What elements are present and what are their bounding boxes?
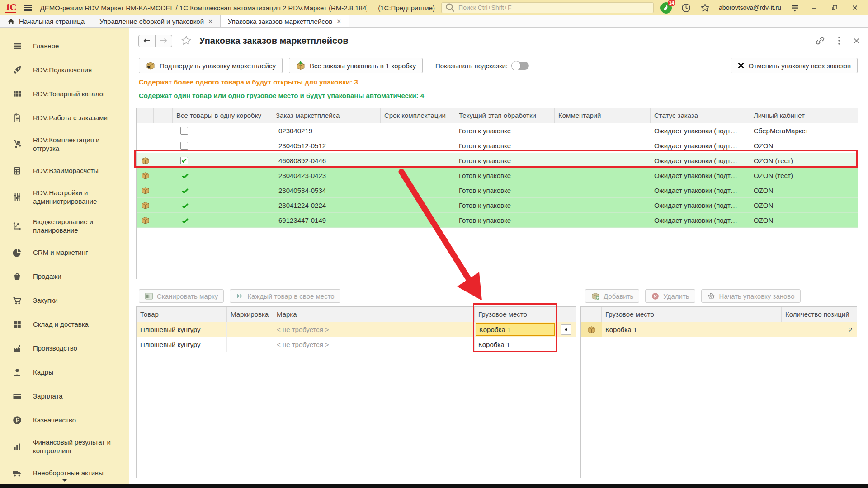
add-place-button[interactable]: Добавить <box>585 289 639 303</box>
handtruck-icon <box>12 139 22 149</box>
col-order-status[interactable]: Статус заказа <box>651 108 750 123</box>
col-mark[interactable]: Марка <box>273 307 475 322</box>
maximize-button[interactable] <box>829 2 840 14</box>
col-marketplace-order[interactable]: Заказ маркетплейса <box>272 108 381 123</box>
favorites-star-icon[interactable] <box>700 3 710 13</box>
bottom-black-strip <box>0 484 868 488</box>
sidebar-item-rdv-orders[interactable]: RDV:Работа с заказами <box>0 106 129 130</box>
cancel-all-packing-button[interactable]: Отменить упаковку всех заказов <box>731 58 858 73</box>
app-window: 1С ДЕМО-режим RDV Маркет RM-KA-MODEL / 1… <box>0 0 868 488</box>
pie-chart-icon <box>12 248 22 258</box>
scan-mark-button[interactable]: Сканировать марку <box>139 289 224 303</box>
item-row-active[interactable]: Плюшевый кунгуру < не требуется > Коробк… <box>137 322 576 337</box>
sidebar-item-production[interactable]: Производство <box>0 336 129 360</box>
cargo-place-row[interactable]: Коробка 1 2 <box>581 322 857 337</box>
more-actions-icon[interactable] <box>838 36 840 46</box>
order-row[interactable]: 23040512-0512 Готов к упаковке Ожидает у… <box>137 138 858 153</box>
order-row-auto[interactable]: 69123447-0149 Готов к упаковке Ожидает у… <box>137 213 858 228</box>
window-title: ДЕМО-режим RDV Маркет RM-KA-MODEL / 1С:К… <box>40 4 368 12</box>
left-pane-toolbar: Сканировать марку Каждый товар в свое ме… <box>139 289 340 303</box>
sidebar-item-sales[interactable]: Продажи <box>0 264 129 288</box>
choose-place-button[interactable] <box>561 324 571 335</box>
col-personal-cabinet[interactable]: Личный кабинет <box>750 108 858 123</box>
sidebar-item-rdv-settings-admin[interactable]: RDV:Настройки и администрирование <box>0 183 129 211</box>
content-area: Упаковка заказов маркетплейсов Подтверди… <box>129 28 868 484</box>
sidebar-item-treasury[interactable]: Казначейство <box>0 408 129 432</box>
sidebar-item-crm-marketing[interactable]: CRM и маркетинг <box>0 240 129 264</box>
bar-chart-icon <box>12 441 22 451</box>
notifications-icon[interactable]: 14 <box>660 2 672 14</box>
cargo-place-edit-cell[interactable]: Коробка 1 <box>476 323 555 336</box>
restart-packing-button[interactable]: Начать упаковку заново <box>701 289 801 303</box>
delete-place-button[interactable]: Удалить <box>645 289 695 303</box>
order-row[interactable]: 023040219 Готов к упаковке Ожидает упако… <box>137 123 858 138</box>
cart-icon <box>12 296 22 305</box>
order-row-auto[interactable]: 23040534-0534 Готов к упаковке Ожидает у… <box>137 183 858 198</box>
history-icon[interactable] <box>681 3 691 13</box>
sidebar-item-rdv-catalog[interactable]: RDV:Товарный каталог <box>0 82 129 106</box>
order-row-auto[interactable]: 23041224-0224 Готов к упаковке Ожидает у… <box>137 198 858 213</box>
sidebar-item-financial-result[interactable]: Финансовый результат и контроллинг <box>0 432 129 461</box>
col-cargo-place[interactable]: Грузовое место <box>475 307 557 322</box>
order-row-selected[interactable]: 46080892-0446 Готов к упаковке Ожидает у… <box>137 153 858 168</box>
window-title-suffix: (1С:Предприятие) <box>378 4 435 12</box>
user-email[interactable]: aborovtsova@rdv-it.ru <box>719 4 781 11</box>
sidebar-item-purchases[interactable]: Закупки <box>0 288 129 312</box>
minimize-button[interactable] <box>808 2 820 14</box>
search-input[interactable] <box>458 4 650 11</box>
sidebar-item-rdv-picking-shipping[interactable]: RDV:Комплектация и отгрузка <box>0 130 129 159</box>
col-cargo-place[interactable]: Грузовое место <box>602 307 782 322</box>
bank-card-icon <box>12 391 22 401</box>
checkbox-checked[interactable] <box>180 157 188 164</box>
col-current-stage[interactable]: Текущий этап обработки <box>455 108 555 123</box>
item-row[interactable]: Плюшевый кунгуру < не требуется > Коробк… <box>137 337 576 352</box>
main-menu-icon[interactable] <box>23 3 34 12</box>
checkbox-unchecked[interactable] <box>180 142 188 150</box>
tab-marketplace-packing[interactable]: Упаковка заказов маркетплейсов ✕ <box>221 15 349 27</box>
close-window-button[interactable] <box>849 2 861 14</box>
sidebar-item-main[interactable]: Главное <box>0 34 129 58</box>
sidebar-scroll-down[interactable] <box>0 475 129 484</box>
cancel-x-icon <box>737 62 745 69</box>
col-position-count[interactable]: Количество позиций <box>782 307 857 322</box>
col-product[interactable]: Товар <box>137 307 227 322</box>
close-tab-icon[interactable]: ✕ <box>208 18 213 25</box>
tab-assembly-management[interactable]: Управление сборкой и упаковкой ✕ <box>92 15 221 27</box>
planning-chart-icon <box>12 221 22 231</box>
pack-all-in-one-box-button[interactable]: Все заказы упаковать в 1 коробку <box>289 58 423 73</box>
each-item-own-place-button[interactable]: Каждый товар в свое место <box>230 289 340 303</box>
sidebar-item-payroll[interactable]: Зарплата <box>0 384 129 408</box>
rocket-icon <box>12 65 22 75</box>
ruble-circle-icon <box>12 415 22 425</box>
service-menu-icon[interactable] <box>790 3 800 13</box>
sidebar-item-budgeting[interactable]: Бюджетирование и планирование <box>0 211 129 240</box>
get-link-icon[interactable] <box>815 36 825 46</box>
sidebar-item-rdv-connections[interactable]: RDV:Подключения <box>0 58 129 82</box>
sidebar-item-rdv-settlements[interactable]: RDV:Взаиморасчеты <box>0 159 129 183</box>
close-form-icon[interactable] <box>853 38 860 44</box>
col-all-in-one-box[interactable]: Все товары в одну коробку <box>173 108 272 123</box>
sidebar-item-warehouse-delivery[interactable]: Склад и доставка <box>0 312 129 336</box>
order-row-auto[interactable]: 23040423-0423 Готов к упаковке Ожидает у… <box>137 168 858 183</box>
confirm-packing-button[interactable]: Подтвердить упаковку маркетплейсу <box>139 58 283 73</box>
hints-label: Показывать подсказки: <box>435 62 508 70</box>
pane-splitter[interactable] <box>136 284 858 284</box>
sliders-icon <box>12 192 22 202</box>
checkbox-unchecked[interactable] <box>180 127 188 135</box>
double-chevron-icon <box>236 292 244 300</box>
favorite-page-star-icon[interactable] <box>180 35 192 47</box>
items-table: Товар Маркировка Марка Грузовое место Пл… <box>136 306 576 478</box>
col-marking[interactable]: Маркировка <box>227 307 273 322</box>
sidebar-item-hr[interactable]: Кадры <box>0 360 129 384</box>
catalog-grid-icon <box>12 89 22 99</box>
back-button[interactable] <box>138 35 156 47</box>
hints-toggle[interactable] <box>512 62 529 70</box>
forward-button[interactable] <box>155 35 172 47</box>
col-comment[interactable]: Комментарий <box>555 108 651 123</box>
close-tab-icon[interactable]: ✕ <box>336 18 341 25</box>
col-picking-deadline[interactable]: Срок комплектации <box>381 108 455 123</box>
sidebar: Главное RDV:Подключения RDV:Товарный кат… <box>0 28 129 484</box>
box-icon <box>141 201 150 210</box>
global-search[interactable] <box>441 2 654 13</box>
tab-home[interactable]: Начальная страница <box>0 15 92 27</box>
